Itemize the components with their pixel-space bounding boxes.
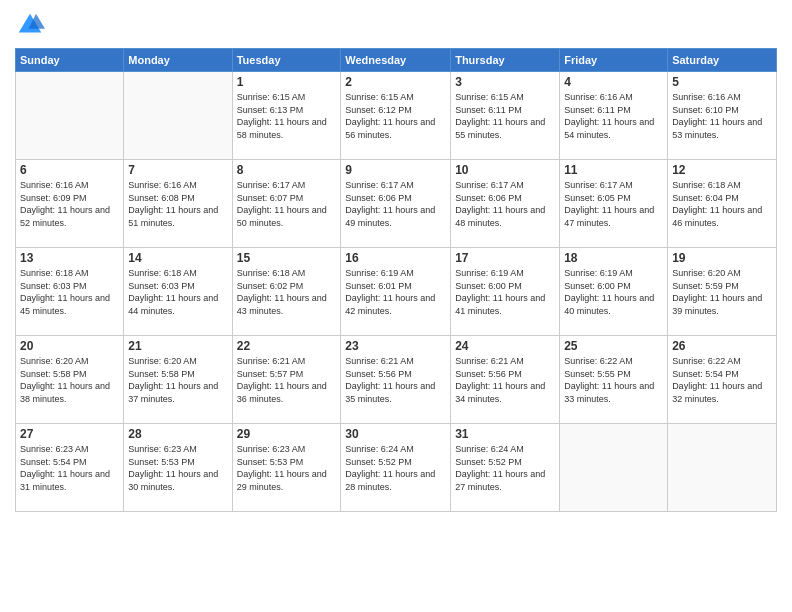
day-info: Sunrise: 6:19 AMSunset: 6:01 PMDaylight:… [345,267,446,317]
weekday-header-saturday: Saturday [668,49,777,72]
calendar-cell: 13 Sunrise: 6:18 AMSunset: 6:03 PMDaylig… [16,248,124,336]
day-number: 28 [128,427,227,441]
day-number: 17 [455,251,555,265]
calendar-cell: 11 Sunrise: 6:17 AMSunset: 6:05 PMDaylig… [560,160,668,248]
calendar-cell: 2 Sunrise: 6:15 AMSunset: 6:12 PMDayligh… [341,72,451,160]
day-number: 8 [237,163,337,177]
week-row-3: 13 Sunrise: 6:18 AMSunset: 6:03 PMDaylig… [16,248,777,336]
day-number: 23 [345,339,446,353]
calendar-cell: 16 Sunrise: 6:19 AMSunset: 6:01 PMDaylig… [341,248,451,336]
day-number: 3 [455,75,555,89]
calendar-cell: 29 Sunrise: 6:23 AMSunset: 5:53 PMDaylig… [232,424,341,512]
calendar: SundayMondayTuesdayWednesdayThursdayFrid… [15,48,777,512]
page: SundayMondayTuesdayWednesdayThursdayFrid… [0,0,792,612]
day-info: Sunrise: 6:17 AMSunset: 6:06 PMDaylight:… [345,179,446,229]
calendar-cell [124,72,232,160]
day-number: 7 [128,163,227,177]
day-number: 5 [672,75,772,89]
day-number: 11 [564,163,663,177]
calendar-cell: 17 Sunrise: 6:19 AMSunset: 6:00 PMDaylig… [451,248,560,336]
calendar-cell [560,424,668,512]
calendar-cell: 7 Sunrise: 6:16 AMSunset: 6:08 PMDayligh… [124,160,232,248]
calendar-cell: 6 Sunrise: 6:16 AMSunset: 6:09 PMDayligh… [16,160,124,248]
day-number: 13 [20,251,119,265]
day-number: 31 [455,427,555,441]
calendar-cell: 25 Sunrise: 6:22 AMSunset: 5:55 PMDaylig… [560,336,668,424]
calendar-cell: 9 Sunrise: 6:17 AMSunset: 6:06 PMDayligh… [341,160,451,248]
day-info: Sunrise: 6:22 AMSunset: 5:54 PMDaylight:… [672,355,772,405]
day-info: Sunrise: 6:19 AMSunset: 6:00 PMDaylight:… [564,267,663,317]
day-number: 21 [128,339,227,353]
weekday-header-friday: Friday [560,49,668,72]
day-number: 18 [564,251,663,265]
day-info: Sunrise: 6:19 AMSunset: 6:00 PMDaylight:… [455,267,555,317]
day-info: Sunrise: 6:18 AMSunset: 6:02 PMDaylight:… [237,267,337,317]
weekday-header-wednesday: Wednesday [341,49,451,72]
day-number: 22 [237,339,337,353]
calendar-cell: 19 Sunrise: 6:20 AMSunset: 5:59 PMDaylig… [668,248,777,336]
calendar-cell: 1 Sunrise: 6:15 AMSunset: 6:13 PMDayligh… [232,72,341,160]
weekday-header-sunday: Sunday [16,49,124,72]
day-info: Sunrise: 6:21 AMSunset: 5:56 PMDaylight:… [455,355,555,405]
day-info: Sunrise: 6:23 AMSunset: 5:54 PMDaylight:… [20,443,119,493]
day-info: Sunrise: 6:18 AMSunset: 6:03 PMDaylight:… [20,267,119,317]
calendar-cell: 30 Sunrise: 6:24 AMSunset: 5:52 PMDaylig… [341,424,451,512]
calendar-cell: 10 Sunrise: 6:17 AMSunset: 6:06 PMDaylig… [451,160,560,248]
day-info: Sunrise: 6:18 AMSunset: 6:04 PMDaylight:… [672,179,772,229]
day-info: Sunrise: 6:15 AMSunset: 6:11 PMDaylight:… [455,91,555,141]
day-info: Sunrise: 6:20 AMSunset: 5:58 PMDaylight:… [20,355,119,405]
day-number: 12 [672,163,772,177]
weekday-header-monday: Monday [124,49,232,72]
calendar-cell: 21 Sunrise: 6:20 AMSunset: 5:58 PMDaylig… [124,336,232,424]
week-row-4: 20 Sunrise: 6:20 AMSunset: 5:58 PMDaylig… [16,336,777,424]
weekday-header-row: SundayMondayTuesdayWednesdayThursdayFrid… [16,49,777,72]
week-row-1: 1 Sunrise: 6:15 AMSunset: 6:13 PMDayligh… [16,72,777,160]
day-number: 9 [345,163,446,177]
day-info: Sunrise: 6:23 AMSunset: 5:53 PMDaylight:… [237,443,337,493]
day-info: Sunrise: 6:21 AMSunset: 5:57 PMDaylight:… [237,355,337,405]
day-info: Sunrise: 6:16 AMSunset: 6:11 PMDaylight:… [564,91,663,141]
calendar-cell: 22 Sunrise: 6:21 AMSunset: 5:57 PMDaylig… [232,336,341,424]
day-number: 15 [237,251,337,265]
day-info: Sunrise: 6:18 AMSunset: 6:03 PMDaylight:… [128,267,227,317]
day-number: 30 [345,427,446,441]
day-info: Sunrise: 6:20 AMSunset: 5:58 PMDaylight:… [128,355,227,405]
day-number: 6 [20,163,119,177]
weekday-header-thursday: Thursday [451,49,560,72]
day-number: 27 [20,427,119,441]
day-info: Sunrise: 6:15 AMSunset: 6:13 PMDaylight:… [237,91,337,141]
day-number: 16 [345,251,446,265]
day-info: Sunrise: 6:23 AMSunset: 5:53 PMDaylight:… [128,443,227,493]
day-number: 1 [237,75,337,89]
day-info: Sunrise: 6:16 AMSunset: 6:10 PMDaylight:… [672,91,772,141]
day-info: Sunrise: 6:16 AMSunset: 6:08 PMDaylight:… [128,179,227,229]
calendar-cell: 23 Sunrise: 6:21 AMSunset: 5:56 PMDaylig… [341,336,451,424]
day-number: 25 [564,339,663,353]
calendar-cell: 28 Sunrise: 6:23 AMSunset: 5:53 PMDaylig… [124,424,232,512]
calendar-cell: 27 Sunrise: 6:23 AMSunset: 5:54 PMDaylig… [16,424,124,512]
day-number: 19 [672,251,772,265]
day-number: 26 [672,339,772,353]
calendar-cell: 8 Sunrise: 6:17 AMSunset: 6:07 PMDayligh… [232,160,341,248]
calendar-cell [16,72,124,160]
day-number: 4 [564,75,663,89]
calendar-cell: 14 Sunrise: 6:18 AMSunset: 6:03 PMDaylig… [124,248,232,336]
day-number: 10 [455,163,555,177]
calendar-cell: 18 Sunrise: 6:19 AMSunset: 6:00 PMDaylig… [560,248,668,336]
day-info: Sunrise: 6:17 AMSunset: 6:05 PMDaylight:… [564,179,663,229]
day-number: 24 [455,339,555,353]
weekday-header-tuesday: Tuesday [232,49,341,72]
day-info: Sunrise: 6:17 AMSunset: 6:06 PMDaylight:… [455,179,555,229]
day-number: 20 [20,339,119,353]
calendar-cell: 15 Sunrise: 6:18 AMSunset: 6:02 PMDaylig… [232,248,341,336]
day-info: Sunrise: 6:21 AMSunset: 5:56 PMDaylight:… [345,355,446,405]
calendar-cell: 31 Sunrise: 6:24 AMSunset: 5:52 PMDaylig… [451,424,560,512]
day-info: Sunrise: 6:17 AMSunset: 6:07 PMDaylight:… [237,179,337,229]
calendar-cell [668,424,777,512]
logo-icon [15,10,45,40]
day-info: Sunrise: 6:15 AMSunset: 6:12 PMDaylight:… [345,91,446,141]
day-number: 2 [345,75,446,89]
calendar-cell: 4 Sunrise: 6:16 AMSunset: 6:11 PMDayligh… [560,72,668,160]
calendar-cell: 26 Sunrise: 6:22 AMSunset: 5:54 PMDaylig… [668,336,777,424]
calendar-cell: 12 Sunrise: 6:18 AMSunset: 6:04 PMDaylig… [668,160,777,248]
